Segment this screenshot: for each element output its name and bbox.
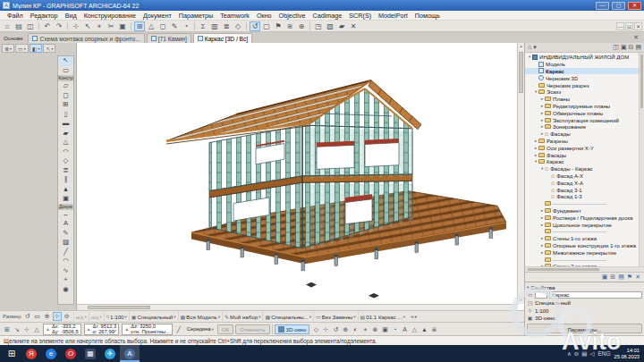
toolbar-icon[interactable]: ◻ [157,21,168,31]
toolbar-icon[interactable]: ⊹ [71,21,81,31]
quick-option-dropdown[interactable]: ⌗1:100▾ [104,312,129,321]
menu-item[interactable]: Окно [253,12,275,20]
3d-nav-icon[interactable]: ▲ [419,324,428,334]
taskbar-app-calculator[interactable]: ▦ [80,345,100,362]
toolbar-icon[interactable]: ◳ [313,21,324,31]
tool-icon[interactable]: ◇ [59,156,72,166]
tool-icon[interactable]: A [59,219,72,229]
3d-nav-icon[interactable]: ⊕ [341,324,350,334]
navigator-action-icon[interactable]: ⊞ [610,274,615,281]
tracker-icon[interactable]: ⊞ [3,324,12,334]
menu-item[interactable]: SCR(S) [345,12,375,20]
navigator-icon[interactable]: ▤ [635,44,641,51]
menu-item[interactable]: Objective [275,12,309,20]
tree-item[interactable]: ▾ИНДИВИДУАЛЬНЫЙ ЖИЛОЙ ДОМ [525,54,644,61]
tree-scroll-thumb[interactable] [640,55,643,108]
vertical-scrollbar[interactable]: ▲ ▼ [517,43,524,304]
toolbar-icon[interactable]: ⌖ [94,21,105,31]
menu-item[interactable]: Документ [140,12,175,20]
quick-option-dropdown[interactable]: ▤01.1 Каркас ...▾ [358,312,407,321]
vertical-scroll-thumb[interactable] [519,52,523,93]
3d-window-toggle[interactable]: 3D-окно [275,324,310,334]
tree-item[interactable]: ▸Планы [525,96,644,103]
ok-button[interactable]: ОК [217,324,233,334]
viewport-control-icon[interactable]: ⊕ [43,312,52,321]
taskbar-app-archicad[interactable]: A [120,345,140,362]
snap-point-dropdown[interactable]: Середина ▾ [185,326,216,332]
toolbar-icon[interactable]: ▰ [336,21,347,31]
tool-icon[interactable]: ◠ [59,147,72,157]
toolbar-icon[interactable]: Σ [198,21,208,31]
close-tab-icon[interactable]: ✕ [633,34,642,43]
tool-icon[interactable]: ▯ [59,110,72,120]
document-tab[interactable]: Схема монтажа опорных и фронто... [28,33,144,43]
taskbar-app-yandex-browser[interactable]: Я [21,345,41,362]
tool-icon[interactable]: ◻ [59,91,72,101]
tool-icon[interactable]: ▰ [59,129,72,139]
toolbar-icon[interactable]: ✂ [106,21,116,31]
tree-horizontal-scrollbar[interactable] [525,266,644,272]
scroll-up-icon[interactable]: ▲ [518,43,524,50]
tool-icon[interactable]: ∿ [59,266,72,276]
tree-item[interactable]: ▸⌂Фасады [525,130,644,138]
clock[interactable]: 14:01 25.08.2023 [614,348,640,360]
pane-control-icon[interactable]: — [616,22,624,30]
toolbar-icon[interactable]: ⊞ [134,21,145,31]
tree-item[interactable]: ▸Межэтажное перекрытие [525,248,644,256]
coordinate-box[interactable]: ▲Δx: -333,2Δy: -9506,5 [43,324,81,335]
tracker-icon[interactable]: ⊹ [22,324,31,334]
tool-icon[interactable]: ↖ [59,56,72,66]
menu-item[interactable]: Параметры [175,12,216,20]
horizontal-scroll-thumb[interactable] [88,306,150,309]
tree-item[interactable]: ▸Фасады [525,151,644,158]
menu-item[interactable]: Помощь [411,12,444,20]
toolbar-icon[interactable]: ↶ [42,21,53,31]
tool-icon[interactable]: ╱ [59,248,72,257]
taskbar-app-opera[interactable]: O [61,345,80,362]
tool-icon[interactable]: ▱ [59,81,72,91]
toolbar-icon[interactable]: ↖ [82,21,93,31]
tool-icon[interactable]: ↔ [59,210,72,220]
toolbar-icon[interactable]: ▧ [325,21,335,31]
coordinate-box[interactable]: ▲Δr: 9512,3α: 267,99° [84,324,120,335]
menu-item[interactable]: Cadimage [309,12,346,20]
3d-nav-icon[interactable]: ◐ [351,324,360,334]
tree-item[interactable]: ▾Каркас [525,158,644,165]
navigator-action-icon[interactable]: ✕ [635,274,640,281]
tool-icon[interactable]: ≣ [59,166,72,176]
tree-item[interactable]: ⌂Фасад 3-1 [525,186,644,193]
pane-control-icon[interactable]: ⊡ [625,22,633,30]
3d-nav-icon[interactable]: ≣ [429,324,438,334]
3d-nav-icon[interactable]: ▣ [380,324,389,334]
quick-option-dropdown[interactable]: н/д▾ [73,312,89,321]
tool-icon[interactable]: ▭ [59,66,72,76]
minimize-button[interactable]: — [596,2,609,10]
viewport-control-icon[interactable]: ⊖ [63,312,72,321]
toolbar-icon[interactable]: ✕ [348,21,359,31]
3d-nav-icon[interactable]: ⌖ [360,324,369,334]
tool-icon[interactable]: ⊞ [59,100,72,110]
taskbar-app-edge[interactable]: e [41,345,61,362]
tree-item[interactable]: Черновик разрез [525,81,644,88]
3d-nav-icon[interactable]: △ [410,324,419,334]
toolbar-icon[interactable]: ⌂ [2,21,13,31]
quick-option-button[interactable]: ↖▾ [43,44,55,53]
toolbar-icon[interactable]: ⊕ [296,21,307,31]
tool-icon[interactable]: ∥ [59,175,72,185]
quick-option-dropdown[interactable]: ▦Специальны...▾ [262,312,313,321]
settings-button[interactable]: Параметры... [527,324,642,333]
toolbar-icon[interactable]: ↷ [54,21,64,31]
language-indicator[interactable]: ENG [597,350,610,357]
navigator-icon[interactable]: ◫ [613,44,619,51]
toolbar-icon[interactable]: ▢ [261,21,272,31]
tree-item[interactable]: Модель [525,61,644,68]
document-tab[interactable]: Каркас [3D / Вс] [193,33,252,43]
tray-icon[interactable]: ▤ [581,350,587,358]
toolbar-icon[interactable]: ▤ [13,21,24,31]
tray-icon[interactable]: ∧ [567,350,572,358]
tool-icon[interactable]: ▲ [59,185,72,195]
tree-item[interactable]: Каркас [525,68,644,75]
quick-option-dropdown[interactable]: ✎Мой набор▾ [222,312,262,321]
tree-item[interactable]: ▾⌂Фасады - Каркас [525,165,644,173]
toolbar-icon[interactable]: ◔ [181,21,191,31]
